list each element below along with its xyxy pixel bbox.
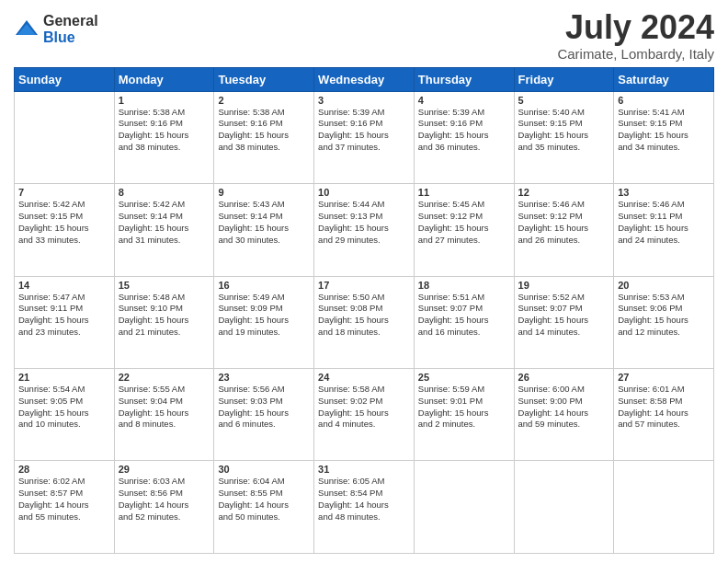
day-number: 28 <box>18 464 110 475</box>
calendar-cell: 17Sunrise: 5:50 AM Sunset: 9:08 PM Dayli… <box>314 276 415 368</box>
day-info: Sunrise: 5:46 AM Sunset: 9:12 PM Dayligh… <box>518 199 610 246</box>
day-info: Sunrise: 6:03 AM Sunset: 8:56 PM Dayligh… <box>119 476 210 523</box>
calendar-header-day: Tuesday <box>214 67 314 91</box>
day-info: Sunrise: 5:42 AM Sunset: 9:14 PM Dayligh… <box>119 199 210 246</box>
day-number: 20 <box>618 280 710 291</box>
calendar-week-row: 1Sunrise: 5:38 AM Sunset: 9:16 PM Daylig… <box>15 91 714 183</box>
calendar-cell: 21Sunrise: 5:54 AM Sunset: 9:05 PM Dayli… <box>15 369 115 461</box>
day-info: Sunrise: 6:02 AM Sunset: 8:57 PM Dayligh… <box>18 476 110 523</box>
day-info: Sunrise: 5:41 AM Sunset: 9:15 PM Dayligh… <box>618 107 710 154</box>
calendar-cell: 20Sunrise: 5:53 AM Sunset: 9:06 PM Dayli… <box>614 276 714 368</box>
calendar-cell: 22Sunrise: 5:55 AM Sunset: 9:04 PM Dayli… <box>114 369 214 461</box>
day-number: 14 <box>18 280 110 291</box>
day-number: 31 <box>318 464 410 475</box>
calendar-cell: 11Sunrise: 5:45 AM Sunset: 9:12 PM Dayli… <box>414 184 514 276</box>
calendar-cell: 25Sunrise: 5:59 AM Sunset: 9:01 PM Dayli… <box>414 369 514 461</box>
logo-blue: Blue <box>43 29 98 46</box>
calendar-header-day: Monday <box>114 67 214 91</box>
day-info: Sunrise: 6:05 AM Sunset: 8:54 PM Dayligh… <box>318 476 410 523</box>
day-info: Sunrise: 5:58 AM Sunset: 9:02 PM Dayligh… <box>318 384 410 431</box>
day-number: 2 <box>218 95 310 106</box>
calendar-cell: 8Sunrise: 5:42 AM Sunset: 9:14 PM Daylig… <box>114 184 214 276</box>
day-info: Sunrise: 5:56 AM Sunset: 9:03 PM Dayligh… <box>218 384 310 431</box>
calendar-header-day: Sunday <box>15 67 115 91</box>
calendar-header-row: SundayMondayTuesdayWednesdayThursdayFrid… <box>15 67 714 91</box>
day-info: Sunrise: 5:59 AM Sunset: 9:01 PM Dayligh… <box>418 384 510 431</box>
calendar-cell: 7Sunrise: 5:42 AM Sunset: 9:15 PM Daylig… <box>15 184 115 276</box>
calendar-cell <box>15 91 115 183</box>
calendar-cell: 16Sunrise: 5:49 AM Sunset: 9:09 PM Dayli… <box>214 276 314 368</box>
day-number: 25 <box>418 372 510 383</box>
day-number: 21 <box>18 372 110 383</box>
calendar-cell: 28Sunrise: 6:02 AM Sunset: 8:57 PM Dayli… <box>15 461 115 554</box>
main-title: July 2024 <box>557 9 714 46</box>
day-number: 18 <box>418 280 510 291</box>
calendar: SundayMondayTuesdayWednesdayThursdayFrid… <box>14 67 714 554</box>
calendar-cell: 29Sunrise: 6:03 AM Sunset: 8:56 PM Dayli… <box>114 461 214 554</box>
logo-icon <box>14 17 40 42</box>
title-section: July 2024 Carimate, Lombardy, Italy <box>557 9 714 62</box>
calendar-cell: 24Sunrise: 5:58 AM Sunset: 9:02 PM Dayli… <box>314 369 415 461</box>
calendar-cell: 27Sunrise: 6:01 AM Sunset: 8:58 PM Dayli… <box>614 369 714 461</box>
day-number: 30 <box>218 464 310 475</box>
day-info: Sunrise: 5:54 AM Sunset: 9:05 PM Dayligh… <box>18 384 110 431</box>
day-number: 11 <box>418 187 510 198</box>
calendar-week-row: 28Sunrise: 6:02 AM Sunset: 8:57 PM Dayli… <box>15 461 714 554</box>
day-number: 10 <box>318 187 410 198</box>
calendar-cell: 18Sunrise: 5:51 AM Sunset: 9:07 PM Dayli… <box>414 276 514 368</box>
calendar-cell: 12Sunrise: 5:46 AM Sunset: 9:12 PM Dayli… <box>514 184 614 276</box>
header: General Blue July 2024 Carimate, Lombard… <box>14 9 714 62</box>
day-number: 13 <box>618 187 710 198</box>
day-info: Sunrise: 5:52 AM Sunset: 9:07 PM Dayligh… <box>518 292 610 339</box>
calendar-cell <box>514 461 614 554</box>
day-info: Sunrise: 5:38 AM Sunset: 9:16 PM Dayligh… <box>119 107 210 154</box>
logo: General Blue <box>14 13 98 45</box>
calendar-cell: 1Sunrise: 5:38 AM Sunset: 9:16 PM Daylig… <box>114 91 214 183</box>
calendar-cell: 9Sunrise: 5:43 AM Sunset: 9:14 PM Daylig… <box>214 184 314 276</box>
day-number: 7 <box>18 187 110 198</box>
page: General Blue July 2024 Carimate, Lombard… <box>0 0 728 563</box>
day-info: Sunrise: 5:43 AM Sunset: 9:14 PM Dayligh… <box>218 199 310 246</box>
day-info: Sunrise: 5:45 AM Sunset: 9:12 PM Dayligh… <box>418 199 510 246</box>
day-info: Sunrise: 5:40 AM Sunset: 9:15 PM Dayligh… <box>518 107 610 154</box>
calendar-week-row: 7Sunrise: 5:42 AM Sunset: 9:15 PM Daylig… <box>15 184 714 276</box>
calendar-header-day: Friday <box>514 67 614 91</box>
calendar-cell: 31Sunrise: 6:05 AM Sunset: 8:54 PM Dayli… <box>314 461 415 554</box>
day-info: Sunrise: 5:39 AM Sunset: 9:16 PM Dayligh… <box>318 107 410 154</box>
calendar-cell: 10Sunrise: 5:44 AM Sunset: 9:13 PM Dayli… <box>314 184 415 276</box>
day-info: Sunrise: 5:42 AM Sunset: 9:15 PM Dayligh… <box>18 199 110 246</box>
calendar-cell <box>614 461 714 554</box>
calendar-week-row: 14Sunrise: 5:47 AM Sunset: 9:11 PM Dayli… <box>15 276 714 368</box>
day-info: Sunrise: 5:51 AM Sunset: 9:07 PM Dayligh… <box>418 292 510 339</box>
calendar-cell: 19Sunrise: 5:52 AM Sunset: 9:07 PM Dayli… <box>514 276 614 368</box>
day-info: Sunrise: 5:53 AM Sunset: 9:06 PM Dayligh… <box>618 292 710 339</box>
calendar-cell: 30Sunrise: 6:04 AM Sunset: 8:55 PM Dayli… <box>214 461 314 554</box>
calendar-cell: 15Sunrise: 5:48 AM Sunset: 9:10 PM Dayli… <box>114 276 214 368</box>
day-info: Sunrise: 5:46 AM Sunset: 9:11 PM Dayligh… <box>618 199 710 246</box>
day-number: 26 <box>518 372 610 383</box>
calendar-cell: 23Sunrise: 5:56 AM Sunset: 9:03 PM Dayli… <box>214 369 314 461</box>
calendar-header-day: Wednesday <box>314 67 415 91</box>
day-info: Sunrise: 6:01 AM Sunset: 8:58 PM Dayligh… <box>618 384 710 431</box>
calendar-cell: 13Sunrise: 5:46 AM Sunset: 9:11 PM Dayli… <box>614 184 714 276</box>
calendar-cell: 5Sunrise: 5:40 AM Sunset: 9:15 PM Daylig… <box>514 91 614 183</box>
day-info: Sunrise: 5:49 AM Sunset: 9:09 PM Dayligh… <box>218 292 310 339</box>
day-number: 16 <box>218 280 310 291</box>
day-info: Sunrise: 6:04 AM Sunset: 8:55 PM Dayligh… <box>218 476 310 523</box>
day-number: 6 <box>618 95 710 106</box>
day-number: 27 <box>618 372 710 383</box>
calendar-cell: 3Sunrise: 5:39 AM Sunset: 9:16 PM Daylig… <box>314 91 415 183</box>
day-info: Sunrise: 5:38 AM Sunset: 9:16 PM Dayligh… <box>218 107 310 154</box>
day-number: 3 <box>318 95 410 106</box>
day-number: 23 <box>218 372 310 383</box>
subtitle: Carimate, Lombardy, Italy <box>557 46 714 62</box>
day-number: 12 <box>518 187 610 198</box>
calendar-cell: 26Sunrise: 6:00 AM Sunset: 9:00 PM Dayli… <box>514 369 614 461</box>
day-info: Sunrise: 5:47 AM Sunset: 9:11 PM Dayligh… <box>18 292 110 339</box>
day-number: 9 <box>218 187 310 198</box>
day-info: Sunrise: 6:00 AM Sunset: 9:00 PM Dayligh… <box>518 384 610 431</box>
day-number: 17 <box>318 280 410 291</box>
calendar-cell: 14Sunrise: 5:47 AM Sunset: 9:11 PM Dayli… <box>15 276 115 368</box>
day-number: 19 <box>518 280 610 291</box>
day-info: Sunrise: 5:39 AM Sunset: 9:16 PM Dayligh… <box>418 107 510 154</box>
